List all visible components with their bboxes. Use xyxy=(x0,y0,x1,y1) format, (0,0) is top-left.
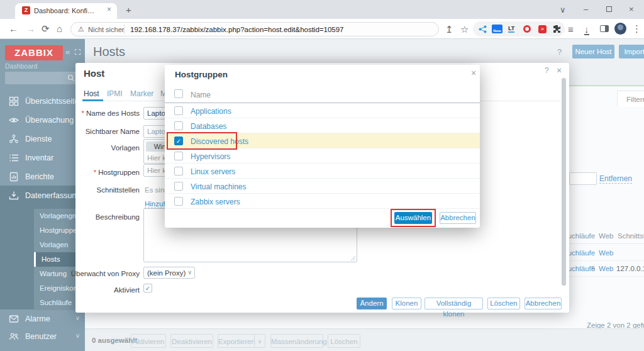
close-icon[interactable]: × xyxy=(471,68,476,78)
enable-button[interactable]: Aktivieren xyxy=(131,334,166,348)
security-label[interactable]: Nicht sicher xyxy=(88,26,124,33)
reload-icon[interactable]: ⟳ xyxy=(42,24,50,33)
url-text[interactable]: 192.168.178.37/zabbix/zabbix.php?action=… xyxy=(130,26,344,33)
languagetool-extension-icon[interactable]: LT xyxy=(508,25,514,33)
sidebar-item-inventar[interactable]: Inventar xyxy=(0,148,85,167)
cancel-button[interactable]: Abbrechen xyxy=(525,298,562,309)
window-minimize-icon[interactable]: – xyxy=(584,4,588,14)
clone-button[interactable]: Klonen xyxy=(392,298,421,309)
delete-button[interactable]: Löschen xyxy=(328,334,360,348)
mass-update-button[interactable]: Massenänderung xyxy=(270,334,323,348)
tab-marker[interactable]: Marker xyxy=(130,89,153,98)
group-link[interactable]: Databases xyxy=(191,122,226,131)
dialog-scrollbar[interactable] xyxy=(562,78,566,286)
description-label: Beschreibung xyxy=(96,213,140,221)
window-chevron-icon[interactable]: ∨ xyxy=(560,5,566,14)
share-nodes-extension-icon[interactable] xyxy=(479,25,487,33)
window-maximize-icon[interactable] xyxy=(606,6,612,12)
enabled-checkbox[interactable]: ✓ xyxy=(143,284,152,292)
window-close-icon[interactable]: × xyxy=(629,4,634,14)
video-speed-extension-icon[interactable]: » xyxy=(538,25,547,33)
group-link[interactable]: Applications xyxy=(191,107,231,116)
group-checkbox[interactable] xyxy=(174,167,183,176)
annotation-box-select-button xyxy=(391,209,436,227)
opera-extension-icon[interactable] xyxy=(523,25,531,33)
group-checkbox[interactable] xyxy=(174,106,183,115)
playlist-icon[interactable]: ≡ xyxy=(568,25,574,34)
collapse-sidebar-icon[interactable]: « xyxy=(65,47,70,57)
help-icon[interactable]: ? xyxy=(557,47,562,57)
chevron-down-icon: ∨ xyxy=(75,315,80,321)
full-clone-button[interactable]: Vollständig klonen xyxy=(425,298,483,309)
new-host-button[interactable]: Neuer Host xyxy=(572,45,614,58)
zabbix-logo[interactable]: ZABBIX xyxy=(5,45,63,60)
back-icon[interactable]: ← xyxy=(9,24,18,33)
import-button[interactable]: Importieren xyxy=(619,45,644,58)
close-icon[interactable]: × xyxy=(557,65,562,75)
tab-title: Dashboard: Konfiguration der Ho xyxy=(34,7,97,14)
group-link[interactable]: Virtual machines xyxy=(191,182,247,191)
table-row-web-link[interactable]: Web xyxy=(599,265,613,272)
sidebar-item-dienste[interactable]: Dienste xyxy=(0,130,85,148)
downloads-icon[interactable]: ↓ xyxy=(584,25,589,35)
table-row-divider xyxy=(563,276,644,277)
group-link[interactable]: Zabbix servers xyxy=(191,198,240,206)
search-icon xyxy=(67,74,75,82)
group-row: Linux servers xyxy=(165,164,480,179)
side-panel-icon[interactable] xyxy=(600,25,609,32)
browser-menu-icon[interactable]: ⋮ xyxy=(632,24,641,33)
modal-title: Hostgruppen xyxy=(175,70,228,79)
sidebar-item-benutzer[interactable]: Benutzer ∨ xyxy=(0,327,85,346)
required-asterisk: * xyxy=(94,169,96,176)
group-link[interactable]: Hypervisors xyxy=(191,152,230,161)
submenu-label: Vorlagen xyxy=(40,241,68,248)
group-row: Zabbix servers xyxy=(165,194,480,209)
tab-host[interactable]: Host xyxy=(84,89,99,98)
group-row: Applications xyxy=(165,103,480,118)
sidebar-item-label: Inventar xyxy=(25,153,53,162)
select-all-checkbox[interactable] xyxy=(174,89,183,98)
export-dropdown-icon[interactable]: ∨ xyxy=(254,334,265,348)
table-row-web-link[interactable]: Web xyxy=(599,249,613,257)
group-checkbox[interactable] xyxy=(174,121,183,130)
sidebar-item-uebersichtsseiten[interactable]: Übersichtsseiten xyxy=(0,92,85,111)
column-header-name[interactable]: Name xyxy=(191,91,211,99)
cancel-button[interactable]: Abbrechen xyxy=(440,212,476,224)
sidebar-item-berichte[interactable]: Berichte xyxy=(0,167,85,186)
export-button[interactable]: Exportieren xyxy=(218,334,254,348)
filter-tab[interactable]: Filtern xyxy=(617,91,644,107)
profile-avatar[interactable] xyxy=(614,23,626,35)
help-icon[interactable]: ? xyxy=(545,66,549,75)
sidebar-item-alarme[interactable]: Alarme ∨ xyxy=(0,309,85,328)
table-header-web[interactable]: Web xyxy=(599,232,613,240)
group-link[interactable]: Linux servers xyxy=(191,167,235,176)
table-header-schnittstelle[interactable]: Schnittstelle xyxy=(618,232,644,240)
filter-input[interactable] xyxy=(569,172,597,185)
sidebar-item-datenerfassung[interactable]: Datenerfassung xyxy=(0,186,85,205)
resize-handle-icon[interactable] xyxy=(350,255,356,261)
tab-ipmi[interactable]: IPMI xyxy=(107,89,123,98)
group-checkbox[interactable] xyxy=(174,152,183,160)
update-button[interactable]: Ändern xyxy=(357,298,387,309)
group-checkbox[interactable] xyxy=(174,182,183,191)
disable-button[interactable]: Deaktivieren xyxy=(170,334,213,348)
table-row-interface: 127.0.0.1:1 xyxy=(616,265,644,272)
table-row-count: 5 xyxy=(591,265,595,272)
remove-link[interactable]: Entfernen xyxy=(599,174,632,184)
expand-fullscreen-icon[interactable] xyxy=(75,49,80,55)
sidebar-item-ueberwachung[interactable]: Überwachung xyxy=(0,111,85,130)
bookmark-star-icon[interactable]: ☆ xyxy=(460,25,469,34)
group-checkbox[interactable] xyxy=(174,197,183,206)
eye-icon xyxy=(9,115,19,125)
sidebar-search-input[interactable] xyxy=(5,72,78,84)
bulk-action-bar xyxy=(85,328,644,351)
new-badge-extension-icon[interactable]: New xyxy=(492,25,502,33)
home-icon[interactable]: ⌂ xyxy=(57,24,62,33)
proxy-select[interactable]: (kein Proxy) ∨ xyxy=(143,267,195,279)
tab-close-icon[interactable]: × xyxy=(107,6,111,13)
puzzle-extension-icon[interactable] xyxy=(552,25,561,33)
forward-icon[interactable]: → xyxy=(26,24,35,33)
delete-button[interactable]: Löschen xyxy=(487,298,520,309)
new-tab-button[interactable]: + xyxy=(126,5,131,14)
share-icon[interactable]: ↥ xyxy=(445,25,453,34)
